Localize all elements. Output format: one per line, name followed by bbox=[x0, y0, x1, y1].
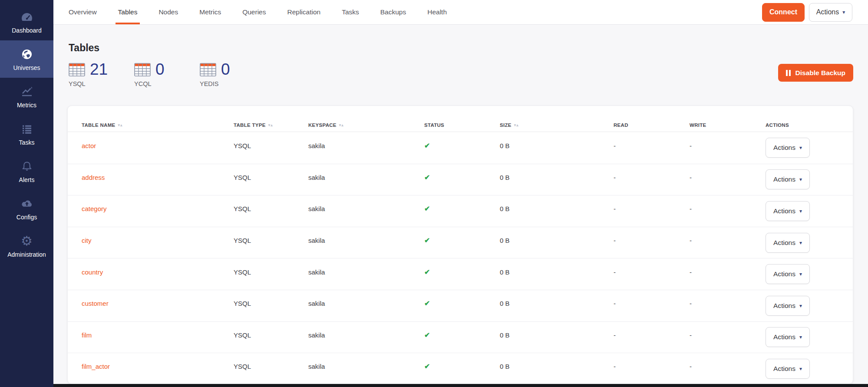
read-cell: - bbox=[614, 331, 690, 339]
table-type-cell: YSQL bbox=[234, 142, 308, 149]
table-name-link[interactable]: actor bbox=[82, 142, 234, 149]
chevron-down-icon: ▾ bbox=[799, 334, 802, 340]
tab-queries[interactable]: Queries bbox=[242, 0, 266, 24]
status-success-icon: ✔ bbox=[424, 362, 500, 370]
col-header-size: Size▾▴ bbox=[500, 122, 614, 128]
tabs: Overview Tables Nodes Metrics Queries Re… bbox=[53, 0, 447, 24]
table-name-link[interactable]: film bbox=[82, 331, 234, 339]
tab-health[interactable]: Health bbox=[427, 0, 447, 24]
chevron-down-icon: ▾ bbox=[799, 366, 802, 371]
connect-button[interactable]: Connect bbox=[762, 3, 805, 22]
read-cell: - bbox=[614, 174, 690, 181]
write-cell: - bbox=[690, 331, 766, 339]
sort-icon[interactable]: ▾▴ bbox=[268, 123, 273, 127]
status-success-icon: ✔ bbox=[424, 331, 500, 339]
row-actions-button[interactable]: Actions▾ bbox=[766, 264, 810, 284]
table-grid-icon bbox=[134, 63, 151, 76]
stat-yedis: 0 YEDIS bbox=[200, 63, 265, 87]
row-actions-button[interactable]: Actions▾ bbox=[766, 359, 810, 379]
write-cell: - bbox=[690, 363, 766, 370]
tab-backups[interactable]: Backups bbox=[380, 0, 406, 24]
sidebar-item-tasks[interactable]: Tasks bbox=[0, 115, 53, 152]
tab-overview[interactable]: Overview bbox=[69, 0, 97, 24]
topbar-buttons: Connect Actions ▾ bbox=[762, 3, 868, 22]
status-success-icon: ✔ bbox=[424, 268, 500, 276]
write-cell: - bbox=[690, 174, 766, 181]
row-actions-button[interactable]: Actions▾ bbox=[766, 138, 810, 158]
sidebar-item-universes[interactable]: Universes bbox=[0, 40, 53, 78]
table-name-link[interactable]: country bbox=[82, 268, 234, 276]
table-name-link[interactable]: address bbox=[82, 174, 234, 181]
sidebar-item-label: Metrics bbox=[17, 102, 36, 109]
keyspace-cell: sakila bbox=[308, 363, 424, 370]
yedis-count: 0 bbox=[221, 63, 230, 76]
keyspace-cell: sakila bbox=[308, 268, 424, 276]
table-name-link[interactable]: category bbox=[82, 205, 234, 212]
sort-icon[interactable]: ▾▴ bbox=[118, 123, 123, 127]
table-row: city YSQL sakila ✔ 0 B - - Actions▾ bbox=[68, 227, 853, 258]
row-actions-button[interactable]: Actions▾ bbox=[766, 201, 810, 221]
status-success-icon: ✔ bbox=[424, 299, 500, 308]
table-type-cell: YSQL bbox=[234, 174, 308, 181]
chevron-down-icon: ▾ bbox=[799, 240, 802, 245]
sidebar-item-configs[interactable]: Configs bbox=[0, 190, 53, 227]
sidebar-item-metrics[interactable]: Metrics bbox=[0, 78, 53, 115]
table-row: film_actor YSQL sakila ✔ 0 B - - Actions… bbox=[68, 353, 853, 384]
col-header-actions: Actions bbox=[766, 122, 839, 128]
sidebar-item-dashboard[interactable]: Dashboard bbox=[0, 3, 53, 40]
table-grid-icon bbox=[69, 63, 85, 76]
sort-icon[interactable]: ▾▴ bbox=[339, 123, 344, 127]
keyspace-cell: sakila bbox=[308, 237, 424, 244]
sidebar-item-label: Administration bbox=[7, 251, 46, 258]
size-cell: 0 B bbox=[500, 331, 614, 339]
col-header-read: Read bbox=[614, 122, 690, 128]
size-cell: 0 B bbox=[500, 205, 614, 212]
ysql-label: YSQL bbox=[69, 80, 134, 87]
yedis-label: YEDIS bbox=[200, 80, 265, 87]
chevron-down-icon: ▾ bbox=[799, 271, 802, 277]
table-header-row: Table Name▾▴ Table Type▾▴ Keyspace▾▴ Sta… bbox=[68, 106, 853, 132]
table-row: actor YSQL sakila ✔ 0 B - - Actions▾ bbox=[68, 132, 853, 164]
read-cell: - bbox=[614, 268, 690, 276]
tab-replication[interactable]: Replication bbox=[287, 0, 320, 24]
sidebar-item-label: Alerts bbox=[19, 176, 35, 183]
row-actions-button[interactable]: Actions▾ bbox=[766, 327, 810, 347]
row-actions-button[interactable]: Actions▾ bbox=[766, 169, 810, 189]
row-actions-button[interactable]: Actions▾ bbox=[766, 233, 810, 253]
sidebar-item-label: Configs bbox=[17, 214, 37, 221]
keyspace-cell: sakila bbox=[308, 142, 424, 149]
tab-tasks[interactable]: Tasks bbox=[342, 0, 359, 24]
tab-metrics[interactable]: Metrics bbox=[199, 0, 221, 24]
table-grid-icon bbox=[200, 63, 216, 76]
status-success-icon: ✔ bbox=[424, 142, 500, 150]
line-chart-icon bbox=[20, 85, 34, 99]
read-cell: - bbox=[614, 205, 690, 212]
tab-tables[interactable]: Tables bbox=[118, 0, 138, 24]
row-actions-button[interactable]: Actions▾ bbox=[766, 296, 810, 316]
write-cell: - bbox=[690, 300, 766, 307]
size-cell: 0 B bbox=[500, 363, 614, 370]
read-cell: - bbox=[614, 237, 690, 244]
chevron-down-icon: ▾ bbox=[799, 303, 802, 308]
write-cell: - bbox=[690, 268, 766, 276]
table-row: address YSQL sakila ✔ 0 B - - Actions▾ bbox=[68, 164, 853, 195]
table-name-link[interactable]: city bbox=[82, 237, 234, 244]
chevron-down-icon: ▾ bbox=[799, 145, 802, 150]
sidebar-item-alerts[interactable]: Alerts bbox=[0, 152, 53, 190]
sidebar-item-administration[interactable]: ⚙ Administration bbox=[0, 227, 53, 265]
table-name-link[interactable]: customer bbox=[82, 300, 234, 307]
universe-actions-button[interactable]: Actions ▾ bbox=[809, 3, 852, 22]
col-header-table-type: Table Type▾▴ bbox=[234, 122, 308, 128]
table-type-cell: YSQL bbox=[234, 331, 308, 339]
sort-icon[interactable]: ▾▴ bbox=[514, 123, 519, 127]
read-cell: - bbox=[614, 300, 690, 307]
table-type-cell: YSQL bbox=[234, 268, 308, 276]
disable-backup-button[interactable]: Disable Backup bbox=[778, 64, 853, 82]
tab-nodes[interactable]: Nodes bbox=[158, 0, 178, 24]
table-type-cell: YSQL bbox=[234, 363, 308, 370]
ycql-label: YCQL bbox=[134, 80, 200, 87]
actions-button-label: Actions bbox=[816, 8, 839, 16]
stat-ycql: 0 YCQL bbox=[134, 63, 200, 87]
table-name-link[interactable]: film_actor bbox=[82, 363, 234, 370]
sidebar-item-label: Dashboard bbox=[12, 27, 42, 34]
